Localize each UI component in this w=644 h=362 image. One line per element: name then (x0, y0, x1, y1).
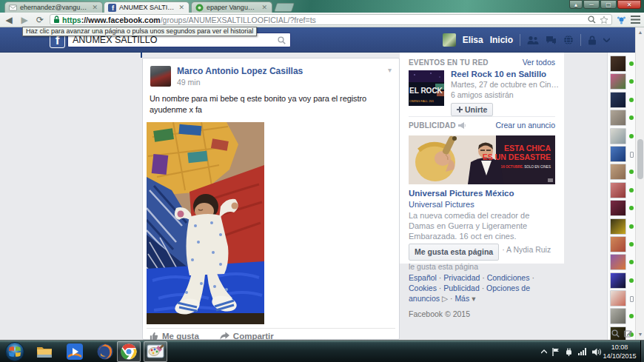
media-player-icon[interactable] (67, 343, 83, 360)
scrollbar-thumb[interactable] (637, 139, 643, 179)
chat-contact[interactable] (608, 163, 636, 181)
settings-caret-icon[interactable] (603, 38, 610, 42)
chat-contact-avatar[interactable] (610, 218, 626, 235)
chat-contact[interactable] (608, 91, 636, 109)
chat-contact[interactable] (608, 235, 636, 253)
action-center-flag-icon[interactable] (552, 348, 560, 356)
tray-expand-icon[interactable] (541, 349, 547, 354)
chat-contact-avatar[interactable] (610, 146, 626, 162)
event-name-link[interactable]: Reel Rock 10 en Saltillo (451, 70, 558, 78)
new-tab-button[interactable] (274, 3, 295, 12)
taskbar-clock[interactable]: 10:08 14/10/2015 (600, 343, 639, 361)
footer-link[interactable]: Publicidad (443, 284, 479, 292)
footer-link[interactable]: Cookies (409, 284, 437, 292)
chat-contact-avatar[interactable] (610, 272, 626, 289)
ad-image[interactable]: ESTA CHICA ES UN DESASTRE 16 OCTUBRE. SO… (409, 135, 555, 184)
zoom-icon[interactable] (588, 16, 596, 24)
close-button[interactable]: ✕ (617, 0, 641, 9)
tab-anumex-saltillo[interactable]: f ANUMEX SALTILLO ✕ (104, 1, 189, 13)
chat-contact[interactable] (608, 289, 636, 307)
back-button[interactable]: ◀ (2, 15, 16, 25)
friend-requests-icon[interactable] (527, 36, 539, 45)
tab-list-button[interactable]: ▴ (569, 0, 583, 9)
minimize-button[interactable]: ─ (583, 0, 600, 9)
browser-scrollbar[interactable]: ▲ ▼ (635, 27, 644, 340)
url-host: ://www.facebook.com (81, 16, 161, 24)
profile-link[interactable]: Elisa (463, 35, 483, 45)
post-timestamp[interactable]: 49 min (177, 78, 303, 87)
chat-contact[interactable] (608, 199, 636, 217)
file-explorer-icon[interactable] (36, 343, 53, 361)
search-input[interactable]: ANUMEX SALTILLO (73, 35, 278, 45)
post-author-name[interactable]: Marco Antonio Lopez Casillas (177, 66, 303, 76)
tab-close-icon[interactable]: ✕ (178, 4, 185, 11)
chat-contact-avatar[interactable] (610, 110, 626, 126)
footer-link[interactable]: Privacidad (443, 273, 480, 282)
chat-contact[interactable] (608, 181, 636, 199)
footer-link[interactable]: Condiciones (487, 273, 530, 282)
menu-icon[interactable] (631, 16, 640, 24)
chat-contact-avatar[interactable] (610, 56, 626, 72)
search-icon[interactable] (278, 36, 286, 44)
reload-button[interactable]: ⟳ (33, 15, 47, 25)
like-page-button[interactable]: Me gusta esta página (409, 244, 499, 261)
chat-contact-avatar[interactable] (610, 290, 626, 306)
ads-section-header: PUBLICIDAD Crear un anuncio (409, 121, 555, 130)
create-ad-link[interactable]: Crear un anuncio (495, 121, 555, 130)
messages-icon[interactable] (546, 36, 557, 45)
forward-button[interactable]: ▶ (18, 15, 31, 25)
chat-contact[interactable] (608, 73, 636, 90)
address-bar[interactable]: https ://www.facebook.com /groups/ANUMEX… (50, 14, 612, 25)
tab-close-icon[interactable]: ✕ (261, 4, 268, 11)
bookmark-star-icon[interactable] (600, 16, 608, 24)
power-plug-icon[interactable] (565, 348, 573, 356)
privacy-lock-icon[interactable] (588, 36, 597, 45)
network-signal-icon[interactable] (578, 348, 587, 355)
ad-page-name-link[interactable]: Universal Pictures México (409, 189, 514, 198)
chat-compose-icon[interactable] (624, 329, 632, 338)
chat-contact[interactable] (608, 127, 636, 145)
post-photo-baby[interactable] (147, 122, 264, 324)
ad-page-category-link[interactable]: Universal Pictures (409, 200, 474, 209)
chat-contact-avatar[interactable] (610, 92, 626, 108)
chat-search-icon[interactable] (611, 329, 620, 338)
chat-contact[interactable] (608, 218, 636, 235)
tab-mail[interactable]: ehernandez@vanguardia… ✕ (4, 1, 103, 13)
footer-link[interactable]: Español (409, 273, 437, 282)
extension-icon[interactable] (617, 15, 626, 24)
window-controls: ▴ ─ ▢ ✕ (568, 0, 641, 9)
chat-contact-avatar[interactable] (610, 128, 626, 144)
chat-contact[interactable] (608, 272, 636, 289)
event-poster-thumbnail[interactable]: EL ROCK OMING FALL 201 (409, 70, 444, 106)
show-desktop-button[interactable] (640, 341, 644, 362)
chat-contact[interactable] (608, 307, 636, 325)
events-see-all-link[interactable]: Ver todos (523, 58, 555, 67)
chat-contact[interactable] (608, 109, 636, 127)
mobile-status-icon (630, 152, 634, 158)
footer-link[interactable]: Más (455, 294, 469, 303)
chat-contact-avatar[interactable] (610, 164, 626, 180)
tab-epaper[interactable]: epaper Vanguardia ✕ (191, 1, 272, 13)
chat-contact-avatar[interactable] (610, 254, 626, 270)
scroll-down-icon[interactable]: ▼ (637, 332, 643, 338)
chat-contact-avatar[interactable] (610, 182, 626, 198)
event-join-button[interactable]: Unirte (451, 103, 493, 116)
notifications-globe-icon[interactable] (563, 35, 574, 45)
profile-avatar[interactable] (443, 33, 456, 47)
firefox-icon[interactable] (96, 343, 114, 361)
chat-contact[interactable] (608, 145, 636, 163)
chat-sidebar (607, 53, 635, 340)
chat-contact-avatar[interactable] (610, 200, 626, 216)
chat-contact-avatar[interactable] (610, 236, 626, 252)
home-link[interactable]: Inicio (490, 35, 513, 45)
tab-close-icon[interactable]: ✕ (91, 4, 98, 11)
chat-contact-avatar[interactable] (610, 73, 626, 90)
chat-contact-avatar[interactable] (610, 308, 626, 324)
maximize-button[interactable]: ▢ (600, 0, 617, 9)
scroll-up-icon[interactable]: ▲ (637, 30, 643, 36)
chat-contact[interactable] (608, 55, 636, 73)
chat-contact[interactable] (608, 253, 636, 271)
post-author-avatar[interactable] (150, 66, 171, 87)
post-options-chevron-icon[interactable]: ▾ (388, 66, 392, 87)
start-button[interactable] (5, 342, 24, 361)
